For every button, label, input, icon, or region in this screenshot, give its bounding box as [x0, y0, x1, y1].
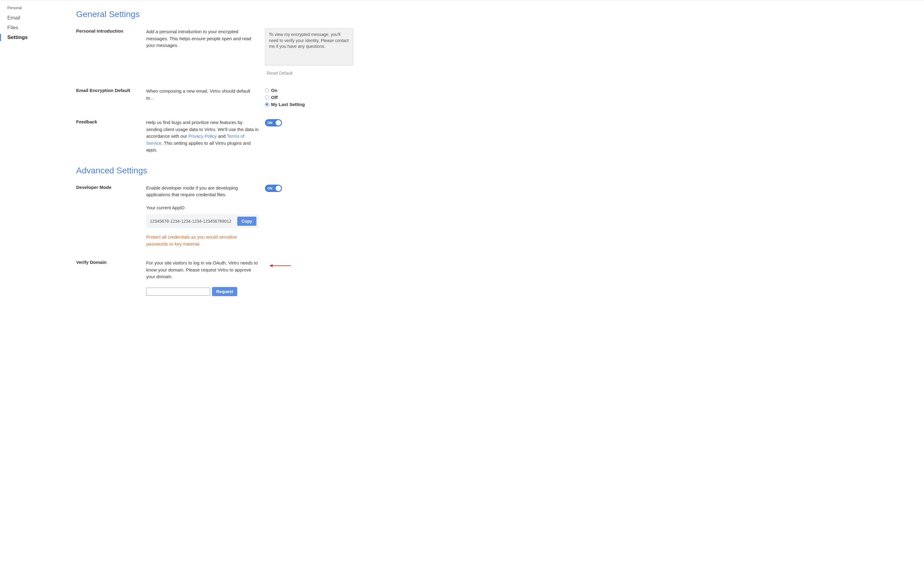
verify-domain-label: Verify Domain — [76, 259, 146, 265]
radio-option-last[interactable]: My Last Setting — [265, 102, 417, 107]
developer-mode-label: Developer Mode — [76, 185, 146, 190]
sidebar: Personal Email Files Settings — [0, 0, 64, 571]
verify-domain-desc-text: For your site visitors to log in via OAu… — [146, 260, 258, 279]
personal-intro-label: Personal Introduction — [76, 28, 146, 34]
appid-label: Your current AppID — [146, 204, 259, 211]
sidebar-item-files[interactable]: Files — [0, 23, 64, 32]
developer-mode-toggle[interactable]: ON — [265, 185, 282, 192]
radio-icon — [265, 102, 269, 106]
svg-marker-1 — [270, 264, 273, 267]
privacy-policy-link[interactable]: Privacy Policy — [188, 133, 217, 139]
credentials-warning: Protect all credentials as you would sen… — [146, 234, 256, 247]
feedback-desc-part2: . This setting applies to all Virtru plu… — [146, 140, 251, 153]
radio-label-off: Off — [271, 95, 278, 100]
feedback-desc-and: and — [217, 133, 227, 139]
radio-label-last: My Last Setting — [271, 102, 305, 107]
radio-option-on[interactable]: On — [265, 88, 417, 93]
main-content: General Settings Personal Introduction A… — [64, 0, 430, 571]
toggle-knob-icon — [276, 120, 281, 125]
email-encryption-radio-group: On Off My Last Setting — [265, 88, 417, 107]
radio-icon — [265, 88, 269, 93]
toggle-knob-icon — [276, 185, 281, 191]
sidebar-item-settings[interactable]: Settings — [0, 32, 64, 42]
toggle-on-label: ON — [267, 187, 273, 190]
feedback-description: Help us find bugs and prioritize new fea… — [146, 119, 265, 154]
developer-mode-description: Enable developer mode if you are develop… — [146, 185, 265, 248]
verify-domain-description: For your site visitors to log in via OAu… — [146, 259, 265, 296]
setting-row-personal-intro: Personal Introduction Add a personal int… — [76, 28, 417, 76]
reset-default-button[interactable]: Reset Default — [265, 71, 417, 76]
appid-value: 12345678-1234-1234-1234-123456789012 — [150, 218, 231, 225]
copy-button[interactable]: Copy — [237, 217, 256, 226]
domain-input[interactable] — [146, 288, 210, 296]
setting-row-feedback: Feedback Help us find bugs and prioritiz… — [76, 119, 417, 154]
personal-intro-description: Add a personal introduction to your encr… — [146, 28, 265, 49]
developer-mode-desc-text: Enable developer mode if you are develop… — [146, 185, 238, 198]
sidebar-item-email[interactable]: Email — [0, 13, 64, 23]
feedback-toggle[interactable]: ON — [265, 119, 282, 127]
sidebar-category-label: Personal — [0, 6, 64, 10]
radio-icon — [265, 96, 269, 100]
request-button[interactable]: Request — [212, 287, 237, 296]
feedback-label: Feedback — [76, 119, 146, 124]
advanced-settings-title: Advanced Settings — [76, 166, 417, 176]
appid-box: 12345678-1234-1234-1234-123456789012 Cop… — [146, 214, 259, 228]
email-encryption-label: Email Encryption Default — [76, 88, 146, 93]
personal-intro-textarea[interactable] — [265, 28, 353, 65]
setting-row-email-encryption: Email Encryption Default When composing … — [76, 88, 417, 107]
toggle-on-label: ON — [267, 121, 273, 125]
setting-row-developer-mode: Developer Mode Enable developer mode if … — [76, 185, 417, 248]
general-settings-title: General Settings — [76, 9, 417, 19]
radio-label-on: On — [271, 88, 277, 93]
arrow-left-icon — [265, 262, 293, 269]
email-encryption-description: When composing a new email, Virtru shoul… — [146, 88, 265, 102]
radio-option-off[interactable]: Off — [265, 95, 417, 100]
setting-row-verify-domain: Verify Domain For your site visitors to … — [76, 259, 417, 296]
